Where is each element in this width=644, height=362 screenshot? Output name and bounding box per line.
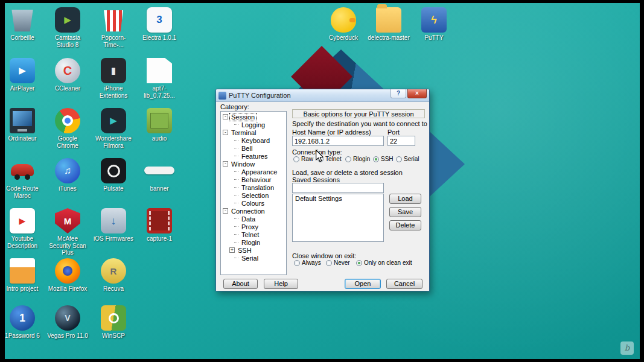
session-list-item[interactable]: Default Settings [293,194,383,203]
delete-button[interactable]: Delete [389,220,421,230]
expand-icon[interactable]: + [229,247,235,253]
tree-item-colours[interactable]: Colours [221,199,286,207]
radio-raw[interactable]: Raw [293,156,313,162]
desktop-icon-pulsate[interactable]: Pulsate [92,158,135,192]
desktop-icon-electra[interactable]: 3 Electra 1.0.1 [138,7,180,42]
radio-never[interactable]: Never [326,259,350,266]
desktop-icon-camtasia[interactable]: ▶ Camtasia Studio 8 [46,7,89,48]
load-save-heading: Load, save or delete a stored session [292,169,403,176]
tree-item-window[interactable]: -Window [221,160,286,168]
tree-item-bell[interactable]: Bell [221,144,286,152]
ccleaner-icon: C [55,58,80,83]
desktop-icon-ccleaner[interactable]: C CCleaner [46,58,89,92]
tree-item-data[interactable]: Data [221,215,286,223]
desktop-icon-firefox[interactable]: Mozilla Firefox [46,258,89,293]
collapse-icon[interactable]: - [223,161,228,167]
desktop-icon-filmora[interactable]: ▶ Wondershare Filmora [92,108,135,149]
firmware-box-icon: ↓ [101,208,126,233]
tree-line [234,179,238,180]
desktop-icon-winscp[interactable]: WinSCP [92,305,135,340]
desktop-icon-label: Ordinateur [5,135,43,142]
desktop-icon-corbeille[interactable]: Corbeille [5,7,43,42]
desktop-icon-mcafee[interactable]: M McAfee Security Scan Plus [46,208,89,256]
collapse-icon[interactable]: - [223,114,228,119]
desktop-icon-delectra-master[interactable]: delectra-master [368,7,410,42]
tree-item-session[interactable]: -Session [221,113,286,121]
icon-glyph: C [63,64,72,78]
icon-glyph: ▶ [64,14,71,25]
desktop-icon-banner[interactable]: banner [138,158,180,192]
open-button[interactable]: Open [345,279,381,289]
desktop-icon-audio[interactable]: audio [138,108,180,142]
port-input[interactable] [387,136,415,146]
tree-item-appearance[interactable]: Appearance [221,168,286,176]
desktop-icon-cyberduck[interactable]: Cyberduck [322,7,365,42]
window-titlebar[interactable]: PuTTY Configuration ? × [216,89,429,102]
icon-glyph: V [65,313,70,323]
titlebar-help-button[interactable]: ? [391,89,406,98]
desktop-icon-label: Popcorn-Time-... [92,34,135,48]
desktop-icon-itunes[interactable]: ♫ iTunes [46,158,89,192]
tree-item-keyboard[interactable]: Keyboard [221,136,286,144]
desktop-icon-label: Google Chrome [46,135,89,149]
save-button[interactable]: Save [389,207,421,217]
collapse-icon[interactable]: - [223,208,228,214]
load-button[interactable]: Load [389,194,421,204]
tree-item-rlogin[interactable]: Rlogin [221,238,286,246]
mcafee-shield-icon: M [55,208,80,233]
tree-item-terminal[interactable]: -Terminal [221,129,286,136]
desktop-icon-vegas-pro[interactable]: V Vegas Pro 11.0 [46,305,89,340]
winscp-lock-icon [101,305,126,331]
desktop-icon-label: Recuva [92,285,135,293]
tree-item-ssh[interactable]: +SSH [221,246,286,254]
desktop-icon-google-chrome[interactable]: Google Chrome [46,108,89,149]
desktop-icon-label: apt7-lib_0.7.25... [138,85,180,99]
desktop-icon-airplayer[interactable]: ▶ AirPlayer [5,58,43,92]
radio-rlogin[interactable]: Rlogin [345,156,370,162]
desktop-icon-label: Mozilla Firefox [46,285,89,293]
desktop-icon-youtube-description[interactable]: ▶ Youtube Description [5,208,43,249]
desktop-icon-1password[interactable]: 1 1Password 6 [5,305,43,340]
putty-window-icon [218,92,226,100]
film-capture-icon [147,208,172,233]
desktop-icon-ordinateur[interactable]: Ordinateur [5,108,43,142]
collapse-icon[interactable]: - [223,130,228,135]
radio-ssh[interactable]: SSH [373,156,394,162]
tree-item-features[interactable]: Features [221,152,286,160]
desktop-icon-code-route-maroc[interactable]: Code Route Maroc [5,158,43,199]
tree-line [234,242,238,243]
tree-item-proxy[interactable]: Proxy [221,223,286,230]
cancel-button[interactable]: Cancel [386,279,422,289]
desktop-icon-popcorn-time[interactable]: Popcorn-Time-... [92,7,135,48]
desktop-icon-ios-firmwares[interactable]: ↓ iOS Firmwares [92,208,135,243]
desktop-icon-intro-project[interactable]: Intro project [5,258,43,293]
desktop-icon-putty[interactable]: ϟ PuTTY [413,7,455,42]
tree-item-connection[interactable]: -Connection [221,207,286,215]
tree-item-selection[interactable]: Selection [221,191,286,199]
host-name-input[interactable] [292,136,384,146]
tree-item-translation[interactable]: Translation [221,183,286,191]
desktop-icon-label: capture-1 [138,235,180,243]
saved-sessions-listbox[interactable]: Default Settings [292,194,384,242]
desktop-icon-iphone-extentions[interactable]: ▮ iPhone Extentions [92,58,135,99]
desktop-icon-capture-1[interactable]: capture-1 [138,208,180,243]
firefox-icon [55,258,80,284]
saved-sessions-input[interactable] [292,183,384,193]
radio-always[interactable]: Always [294,259,321,266]
tree-item-logging[interactable]: Logging [221,121,286,129]
close-button[interactable]: × [407,89,427,98]
tree-item-telnet[interactable]: Telnet [221,230,286,238]
tree-item-serial[interactable]: Serial [221,254,286,262]
pulsate-icon [101,158,126,183]
help-button[interactable]: Help [264,279,298,289]
filmora-icon: ▶ [101,108,126,133]
desktop-icon-apt7-lib[interactable]: apt7-lib_0.7.25... [138,58,180,99]
radio-serial[interactable]: Serial [396,156,419,162]
tree-line [234,218,238,219]
desktop-icon-recuva[interactable]: R Recuva [92,258,135,293]
about-button[interactable]: About [223,279,258,289]
desktop-icon-label: Vegas Pro 11.0 [46,332,89,340]
icon-glyph: 1 [19,312,25,325]
tree-item-behaviour[interactable]: Behaviour [221,176,286,183]
radio-only-on-clean-exit[interactable]: Only on clean exit [356,259,412,266]
